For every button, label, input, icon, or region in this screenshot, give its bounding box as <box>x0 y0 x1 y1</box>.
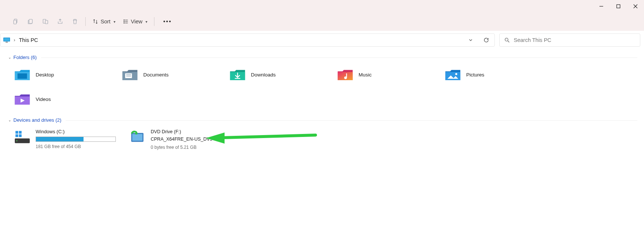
chevron-down-icon: ⌄ <box>8 118 11 122</box>
title-bar <box>0 0 644 12</box>
music-folder-icon <box>337 67 353 82</box>
navigation-row: › This PC <box>0 31 644 49</box>
search-box[interactable] <box>499 33 640 47</box>
folder-label: Music <box>359 72 372 78</box>
copy-button[interactable] <box>23 14 38 29</box>
svg-point-24 <box>344 76 347 79</box>
more-options-button[interactable]: ••• <box>157 18 178 25</box>
delete-button[interactable] <box>68 14 82 29</box>
svg-point-18 <box>505 38 508 41</box>
svg-rect-31 <box>16 134 18 137</box>
downloads-folder-icon <box>229 67 246 82</box>
paste-button[interactable] <box>38 14 53 29</box>
refresh-button[interactable] <box>480 34 493 46</box>
address-bar[interactable]: › This PC <box>0 33 495 47</box>
drive-usage-bar <box>36 137 116 142</box>
folders-section-label: Folders (6) <box>13 55 37 60</box>
close-button[interactable] <box>627 0 644 12</box>
svg-rect-32 <box>19 134 22 137</box>
drive-title: Windows (C:) <box>36 129 117 135</box>
drive-subtitle: 0 bytes free of 5.21 GB <box>151 145 232 150</box>
svg-rect-6 <box>29 19 32 23</box>
pictures-folder-icon <box>445 67 461 82</box>
svg-rect-30 <box>19 131 22 134</box>
folder-videos[interactable]: Videos <box>12 89 120 109</box>
sort-icon <box>92 19 98 24</box>
breadcrumb-separator-icon: › <box>12 37 17 43</box>
folder-label: Videos <box>36 96 51 102</box>
svg-point-27 <box>16 140 17 141</box>
folders-grid: Desktop Documents Downloads Music <box>7 62 637 112</box>
this-pc-icon <box>3 37 10 43</box>
view-menu[interactable]: View ▾ <box>119 19 151 24</box>
svg-rect-20 <box>17 73 27 79</box>
desktop-folder-icon <box>14 67 30 82</box>
history-dropdown-button[interactable] <box>464 34 477 46</box>
documents-folder-icon <box>122 67 138 82</box>
drive-title-line1: DVD Drive (F:) <box>151 129 232 135</box>
folder-label: Downloads <box>251 72 276 78</box>
chevron-down-icon: ⌄ <box>8 55 11 59</box>
drives-row: Windows (C:) 181 GB free of 454 GB DVD D… <box>7 125 637 151</box>
svg-rect-29 <box>16 131 18 134</box>
svg-rect-17 <box>6 42 8 43</box>
svg-rect-34 <box>132 134 142 141</box>
svg-point-9 <box>124 20 124 20</box>
search-input[interactable] <box>514 37 635 43</box>
folder-pictures[interactable]: Pictures <box>442 65 550 85</box>
svg-line-19 <box>508 41 509 42</box>
svg-point-25 <box>455 73 457 75</box>
svg-rect-8 <box>45 20 48 24</box>
drives-section-header[interactable]: ⌄ Devices and drives (2) <box>7 112 637 125</box>
chevron-down-icon: ▾ <box>114 20 115 24</box>
share-button[interactable] <box>53 14 68 29</box>
svg-rect-5 <box>14 20 17 24</box>
svg-rect-16 <box>4 38 10 41</box>
breadcrumb-location[interactable]: This PC <box>19 37 38 43</box>
drive-title-line2: CPRA_X64FRE_EN-US_DV5 <box>151 136 232 142</box>
drives-section-label: Devices and drives (2) <box>13 117 61 123</box>
drive-windows-c[interactable]: Windows (C:) 181 GB free of 454 GB <box>12 128 120 151</box>
svg-point-13 <box>124 23 124 23</box>
folder-music[interactable]: Music <box>335 65 442 85</box>
folder-downloads[interactable]: Downloads <box>227 65 335 85</box>
maximize-button[interactable] <box>610 0 627 12</box>
videos-folder-icon <box>14 92 30 107</box>
svg-rect-1 <box>617 4 620 8</box>
sort-label: Sort <box>101 19 111 24</box>
drive-subtitle: 181 GB free of 454 GB <box>36 144 117 149</box>
view-label: View <box>131 19 143 24</box>
svg-point-11 <box>124 21 124 22</box>
folder-label: Documents <box>143 72 169 78</box>
folder-label: Desktop <box>36 72 54 78</box>
hard-drive-icon <box>14 130 30 144</box>
drive-dvd-f[interactable]: DVD Drive (F:) CPRA_X64FRE_EN-US_DV5 0 b… <box>127 128 235 151</box>
folder-label: Pictures <box>466 72 484 78</box>
folder-desktop[interactable]: Desktop <box>12 65 120 85</box>
folder-documents[interactable]: Documents <box>120 65 227 85</box>
minimize-button[interactable] <box>593 0 610 12</box>
content-area: ⌄ Folders (6) Desktop Documents Download… <box>0 49 644 239</box>
cut-button[interactable] <box>8 14 23 29</box>
sort-menu[interactable]: Sort ▾ <box>89 19 119 24</box>
view-icon <box>123 19 129 24</box>
svg-rect-21 <box>125 73 132 78</box>
dvd-drive-icon <box>129 130 146 144</box>
folders-section-header[interactable]: ⌄ Folders (6) <box>7 49 637 62</box>
toolbar: Sort ▾ View ▾ ••• <box>0 12 644 31</box>
chevron-down-icon: ▾ <box>146 20 147 24</box>
search-icon <box>504 37 510 43</box>
